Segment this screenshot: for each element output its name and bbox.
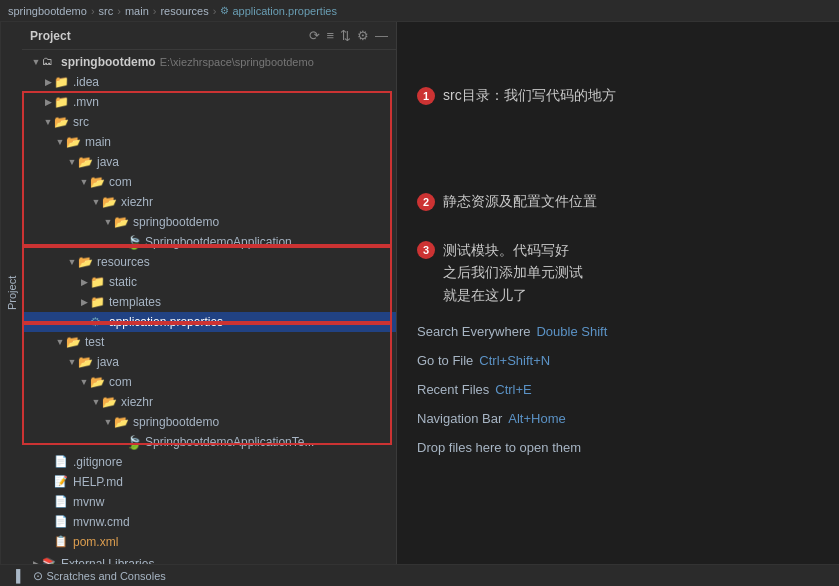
sync-icon[interactable]: ⟳	[309, 28, 320, 43]
spring-icon: 🍃	[126, 235, 142, 249]
ann-number-1: 1	[417, 87, 435, 105]
annotation-2: 2 静态资源及配置文件位置	[417, 193, 819, 211]
tree-item-app-props[interactable]: ⚙ application.properties	[22, 312, 396, 332]
tree-item-resources[interactable]: ▼ 📂 resources	[22, 252, 396, 272]
bc-sep2: ›	[117, 5, 121, 17]
src-folder-icon: 📂	[54, 115, 70, 129]
annotation-3: 3 测试模块。代码写好 之后我们添加单元测试 就是在这儿了	[417, 239, 819, 306]
ext-libs-label: External Libraries	[61, 557, 154, 564]
templates-folder-icon: 📁	[90, 295, 106, 309]
resources-folder-icon: 📂	[78, 255, 94, 269]
root-label: springbootdemo	[61, 55, 156, 69]
test-sbd-label: springbootdemo	[133, 415, 219, 429]
static-arrow: ▶	[78, 277, 90, 287]
chart-icon: ▐	[12, 569, 21, 583]
bottom-bar-chart[interactable]: ▐	[8, 569, 25, 583]
test-xiezhr-arrow: ▼	[90, 397, 102, 407]
tree-item-mvnwcmd[interactable]: 📄 mvnw.cmd	[22, 512, 396, 532]
tree-item-gitignore[interactable]: 📄 .gitignore	[22, 452, 396, 472]
mvnw-label: mvnw	[73, 495, 104, 509]
tree-view[interactable]: ▼ 🗂 springbootdemo E:\xiezhrspace\spring…	[22, 50, 396, 564]
test-sbd-folder-icon: 📂	[114, 415, 130, 429]
tree-item-src[interactable]: ▼ 📂 src	[22, 112, 396, 132]
tree-item-idea[interactable]: ▶ 📁 .idea	[22, 72, 396, 92]
main-arrow: ▼	[54, 137, 66, 147]
tree-root[interactable]: ▼ 🗂 springbootdemo E:\xiezhrspace\spring…	[22, 52, 396, 72]
com-folder-icon: 📂	[90, 175, 106, 189]
shortcut-name-4: Navigation Bar	[417, 411, 502, 426]
tree-item-xiezhr[interactable]: ▼ 📂 xiezhr	[22, 192, 396, 212]
com-arrow: ▼	[78, 177, 90, 187]
xiezhr-label: xiezhr	[121, 195, 153, 209]
minimize-icon[interactable]: —	[375, 28, 388, 43]
bc-main[interactable]: main	[125, 5, 149, 17]
panel-icons: ⟳ ≡ ⇅ ⚙ —	[309, 28, 388, 43]
tree-item-java[interactable]: ▼ 📂 java	[22, 152, 396, 172]
bc-sep1: ›	[91, 5, 95, 17]
tree-item-static[interactable]: ▶ 📁 static	[22, 272, 396, 292]
drop-text: Drop files here to open them	[417, 440, 819, 455]
md-icon: 📝	[54, 475, 70, 489]
idea-arrow: ▶	[42, 77, 54, 87]
ext-libs-arrow: ▶	[30, 559, 42, 564]
bc-src[interactable]: src	[99, 5, 114, 17]
tree-item-main[interactable]: ▼ 📂 main	[22, 132, 396, 152]
main-label: main	[85, 135, 111, 149]
bc-file-item[interactable]: ⚙ application.properties	[220, 5, 337, 17]
sort-icon[interactable]: ⇅	[340, 28, 351, 43]
settings-icon[interactable]: ⚙	[357, 28, 369, 43]
shortcut-key-4: Alt+Home	[508, 411, 565, 426]
properties-file-icon: ⚙	[90, 315, 106, 329]
shortcut-name-2: Go to File	[417, 353, 473, 368]
tree-icon[interactable]: ≡	[326, 28, 334, 43]
ann-text-3: 测试模块。代码写好 之后我们添加单元测试 就是在这儿了	[443, 239, 583, 306]
tree-item-templates[interactable]: ▶ 📁 templates	[22, 292, 396, 312]
tree-item-pom[interactable]: 📋 pom.xml	[22, 532, 396, 552]
tree-item-ext-libs[interactable]: ▶ 📚 External Libraries	[22, 554, 396, 564]
tree-item-test-xiezhr[interactable]: ▼ 📂 xiezhr	[22, 392, 396, 412]
templates-label: templates	[109, 295, 161, 309]
right-area: 1 src目录：我们写代码的地方 2 静态资源及配置文件位置 3 测试模块。代码…	[397, 22, 839, 564]
tree-item-mvnw[interactable]: 📄 mvnw	[22, 492, 396, 512]
tree-item-test-com[interactable]: ▼ 📂 com	[22, 372, 396, 392]
java-arrow: ▼	[66, 157, 78, 167]
tree-item-sbd-app[interactable]: 🍃 SpringbootdemoApplication	[22, 232, 396, 252]
panel-header: Project ⟳ ≡ ⇅ ⚙ —	[22, 22, 396, 50]
ext-libs-icon: 📚	[42, 557, 58, 564]
bc-project[interactable]: springbootdemo	[8, 5, 87, 17]
shortcut-row-3: Recent Files Ctrl+E	[417, 382, 819, 397]
shortcut-key-3: Ctrl+E	[495, 382, 531, 397]
main-layout: Project Project ⟳ ≡ ⇅ ⚙ — ▼	[0, 22, 839, 564]
shortcut-name-1: Search Everywhere	[417, 324, 530, 339]
xiezhr-arrow: ▼	[90, 197, 102, 207]
shortcut-key-1: Double Shift	[536, 324, 607, 339]
project-side-tab[interactable]: Project	[0, 22, 22, 564]
gitignore-icon: 📄	[54, 455, 70, 469]
mvnw-icon: 📄	[54, 495, 70, 509]
sbd-pkg-arrow: ▼	[102, 217, 114, 227]
tree-item-test-sbd[interactable]: ▼ 📂 springbootdemo	[22, 412, 396, 432]
bottom-bar-scratches[interactable]: ⊙ Scratches and Consoles	[29, 569, 170, 583]
tree-item-test[interactable]: ▼ 📂 test	[22, 332, 396, 352]
pom-label: pom.xml	[73, 535, 118, 549]
test-label: test	[85, 335, 104, 349]
properties-icon: ⚙	[220, 5, 229, 16]
scratches-bottom-icon: ⊙	[33, 569, 43, 583]
app-props-label: application.properties	[109, 315, 223, 329]
java-folder-icon: 📂	[78, 155, 94, 169]
tree-item-sbd-tests[interactable]: 🍃 SpringbootdemoApplicationTe...	[22, 432, 396, 452]
sbd-pkg-label: springbootdemo	[133, 215, 219, 229]
scratches-bottom-label: Scratches and Consoles	[47, 570, 166, 582]
tree-item-springbootdemo-pkg[interactable]: ▼ 📂 springbootdemo	[22, 212, 396, 232]
tree-item-test-java[interactable]: ▼ 📂 java	[22, 352, 396, 372]
resources-arrow: ▼	[66, 257, 78, 267]
test-xiezhr-folder-icon: 📂	[102, 395, 118, 409]
tree-item-mvn[interactable]: ▶ 📁 .mvn	[22, 92, 396, 112]
project-panel: Project ⟳ ≡ ⇅ ⚙ — ▼ 🗂 springbootdemo E:\	[22, 22, 397, 564]
project-icon: 🗂	[42, 55, 58, 69]
tree-item-com[interactable]: ▼ 📂 com	[22, 172, 396, 192]
root-arrow: ▼	[30, 57, 42, 67]
mvnwcmd-icon: 📄	[54, 515, 70, 529]
tree-item-help[interactable]: 📝 HELP.md	[22, 472, 396, 492]
bc-resources[interactable]: resources	[160, 5, 208, 17]
